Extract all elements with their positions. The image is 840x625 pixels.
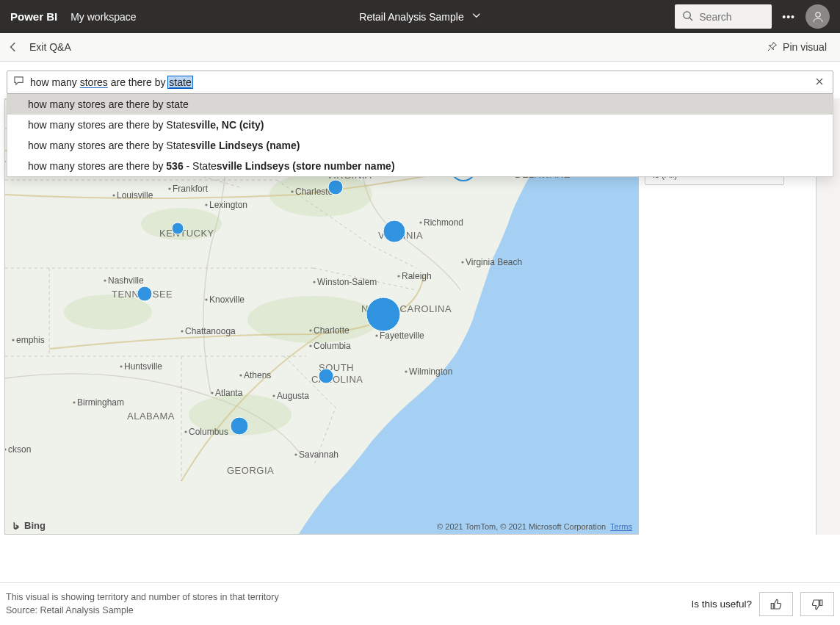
- svg-point-40: [375, 334, 377, 336]
- svg-line-3: [768, 48, 770, 51]
- bing-logo: Bing: [11, 520, 46, 531]
- map-city-label: Athens: [244, 370, 271, 380]
- map-city-label: Savannah: [299, 449, 338, 460]
- qa-suggestion-item[interactable]: how many stores are there by Statesville…: [7, 135, 833, 156]
- svg-point-37: [313, 281, 315, 283]
- map-city-label: Raleigh: [402, 271, 432, 281]
- pin-icon: [767, 40, 778, 54]
- report-title-dropdown[interactable]: Retail Analysis Sample: [359, 0, 480, 33]
- map-city-label: Columbus: [189, 427, 228, 437]
- map-city-label: Knoxville: [209, 295, 245, 305]
- more-options-button[interactable]: •••: [782, 11, 795, 23]
- brand-label: Power BI: [10, 10, 57, 23]
- svg-point-27: [104, 279, 106, 281]
- svg-point-33: [239, 374, 242, 376]
- map-city-label: Richmond: [424, 217, 463, 228]
- map-city-label: ckson: [8, 444, 31, 455]
- svg-point-16: [112, 194, 115, 196]
- useful-label: Is this useful?: [691, 599, 752, 610]
- svg-point-29: [181, 330, 183, 332]
- map-city-label: Chattanooga: [185, 326, 236, 336]
- svg-point-38: [397, 275, 399, 277]
- user-avatar[interactable]: [805, 4, 830, 29]
- map-data-bubble[interactable]: [383, 220, 405, 242]
- svg-point-28: [205, 298, 207, 300]
- svg-point-35: [184, 430, 187, 433]
- thumbs-down-button[interactable]: [800, 592, 834, 616]
- svg-point-19: [291, 190, 293, 192]
- map-state-label: ALABAMA: [127, 411, 175, 422]
- svg-line-1: [690, 18, 693, 21]
- svg-point-25: [419, 221, 421, 223]
- map-city-label: Birmingham: [77, 397, 124, 408]
- qa-suggestion-item[interactable]: how many stores are there by 536 - State…: [7, 156, 833, 176]
- map-city-label: emphis: [16, 335, 45, 345]
- map-data-bubble[interactable]: [366, 297, 400, 331]
- svg-point-18: [205, 203, 207, 206]
- map-city-label: Nashville: [108, 275, 144, 286]
- qa-question-text: how many stores are there by state: [30, 76, 193, 88]
- thumbs-up-button[interactable]: [759, 592, 793, 616]
- map-data-bubble[interactable]: [328, 180, 343, 195]
- pin-visual-label: Pin visual: [783, 41, 827, 53]
- map-data-bubble[interactable]: [172, 223, 184, 234]
- svg-point-36: [294, 453, 297, 455]
- svg-point-34: [272, 394, 275, 397]
- map-city-label: Fayetteville: [380, 330, 424, 341]
- qa-question-input[interactable]: how many stores are there by state: [7, 71, 833, 94]
- map-city-label: Huntsville: [124, 361, 162, 372]
- map-data-bubble[interactable]: [137, 286, 152, 301]
- svg-point-41: [405, 370, 407, 372]
- map-data-bubble[interactable]: [231, 417, 248, 435]
- report-title: Retail Analysis Sample: [359, 11, 463, 23]
- svg-point-26: [461, 261, 463, 263]
- svg-point-30: [120, 365, 122, 367]
- map-data-bubble[interactable]: [319, 369, 333, 383]
- qa-suggestion-list: how many stores are there by state how m…: [7, 94, 833, 177]
- map-state-label: KENTUCKY: [159, 228, 214, 239]
- svg-point-17: [168, 187, 170, 189]
- map-city-label: Virginia Beach: [466, 257, 522, 267]
- map-city-label: Atlanta: [215, 388, 243, 398]
- status-description: This visual is showing territory and num…: [6, 591, 279, 604]
- search-icon: [682, 10, 693, 24]
- svg-point-42: [309, 344, 311, 347]
- map-city-label: Winston-Salem: [317, 277, 377, 287]
- svg-point-43: [12, 339, 14, 341]
- clear-input-button[interactable]: [812, 73, 827, 91]
- status-bar: This visual is showing territory and num…: [0, 582, 840, 625]
- global-search[interactable]: [675, 4, 772, 29]
- qa-subbar: Exit Q&A Pin visual: [0, 33, 840, 62]
- back-button[interactable]: [4, 38, 22, 56]
- top-app-bar: Power BI My workspace Retail Analysis Sa…: [0, 0, 840, 33]
- map-city-label: Wilmington: [409, 366, 452, 377]
- qa-suggestion-item[interactable]: how many stores are there by state: [7, 94, 833, 115]
- workspace-label[interactable]: My workspace: [70, 11, 136, 23]
- map-state-label: GEORGIA: [227, 465, 274, 476]
- pin-visual-button[interactable]: Pin visual: [767, 40, 836, 54]
- svg-point-7: [64, 295, 152, 330]
- map-city-label: Charlotte: [314, 325, 350, 336]
- qa-suggestion-item[interactable]: how many stores are there by Statesville…: [7, 115, 833, 135]
- svg-point-31: [73, 401, 75, 403]
- exit-qa-button[interactable]: Exit Q&A: [29, 41, 71, 53]
- chevron-down-icon: [473, 12, 481, 21]
- map-city-label: Frankfort: [173, 184, 209, 194]
- svg-point-32: [211, 391, 213, 394]
- status-source: Source: Retail Analysis Sample: [6, 604, 279, 618]
- svg-point-0: [684, 11, 690, 18]
- map-city-label: Columbia: [314, 341, 351, 351]
- terms-link[interactable]: Terms: [610, 522, 632, 531]
- map-city-label: Augusta: [277, 391, 309, 401]
- chat-icon: [13, 76, 24, 89]
- map-city-label: Louisville: [117, 190, 153, 200]
- svg-point-2: [815, 12, 819, 16]
- svg-point-8: [247, 296, 380, 343]
- map-city-label: Lexington: [209, 200, 247, 210]
- svg-point-39: [309, 329, 311, 331]
- map-attribution: © 2021 TomTom, © 2021 Microsoft Corporat…: [437, 522, 632, 531]
- search-input[interactable]: [699, 11, 758, 23]
